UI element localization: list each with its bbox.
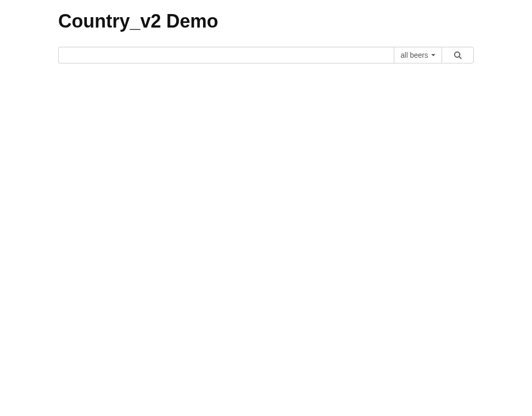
search-button[interactable] — [442, 47, 474, 63]
search-bar: all beers — [58, 47, 474, 63]
filter-dropdown-label: all beers — [401, 51, 428, 59]
svg-point-0 — [455, 52, 460, 57]
filter-dropdown[interactable]: all beers — [394, 47, 442, 63]
main-container: Country_v2 Demo all beers — [0, 0, 532, 74]
page-title: Country_v2 Demo — [58, 10, 474, 32]
search-input[interactable] — [58, 47, 394, 63]
svg-line-1 — [459, 57, 461, 59]
caret-down-icon — [431, 54, 435, 56]
search-icon — [454, 51, 462, 59]
